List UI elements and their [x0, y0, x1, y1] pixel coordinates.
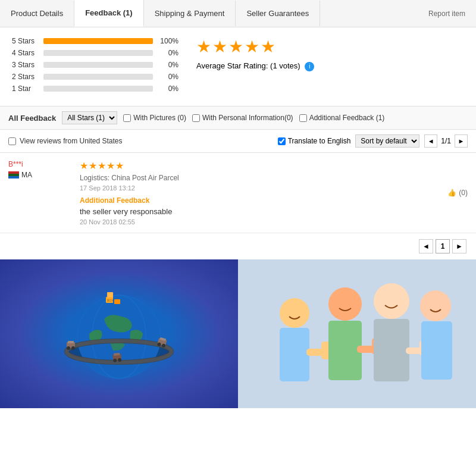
svg-point-30 [328, 287, 362, 321]
bar-bg [43, 38, 153, 44]
tabs-bar: Product Details Feedback (1) Shipping & … [0, 0, 476, 27]
pagination-bottom: ◄ 1 ► [0, 233, 476, 259]
thumbs-count: (0) [459, 189, 468, 197]
with-personal-filter[interactable]: With Personal Information(0) [192, 114, 293, 122]
rating-section: 5 Stars 100% 4 Stars 0% 3 Stars 0% 2 Sta… [0, 27, 476, 106]
avg-text: Average Star Rating: (1 votes) [196, 61, 300, 70]
pag-next-btn[interactable]: ► [452, 239, 466, 253]
with-pictures-label: With Pictures (0) [133, 114, 186, 122]
svg-text:BOX: BOX [107, 299, 114, 302]
options-bar: View reviews from United States Translat… [0, 130, 476, 153]
all-stars-select[interactable]: All Stars (1) [62, 111, 117, 124]
tab-product-details[interactable]: Product Details [0, 1, 74, 26]
star-bar-row: 2 Stars 0% [12, 73, 178, 81]
filter-bar: All Feedback All Stars (1) With Pictures… [0, 106, 476, 130]
feedback-date: 20 Nov 2018 02:55 [80, 218, 447, 226]
review-item: B***i MA ★★★★★ Logistics: China Post Air… [8, 160, 468, 226]
review-section: B***i MA ★★★★★ Logistics: China Post Air… [0, 153, 476, 233]
review-star-1: ★ [80, 160, 88, 171]
bar-pct: 100% [158, 37, 178, 45]
tab-seller-guarantees[interactable]: Seller Guarantees [236, 1, 320, 26]
review-star-5: ★ [115, 160, 124, 171]
star-label: 5 Stars [12, 37, 39, 45]
star-label: 1 Star [12, 84, 39, 93]
translate-label[interactable]: Translate to English [278, 137, 351, 145]
svg-rect-39 [421, 321, 452, 380]
with-personal-label: With Personal Information(0) [202, 114, 293, 122]
view-us-label: View reviews from United States [20, 137, 123, 145]
review-star-4: ★ [107, 160, 115, 171]
pag-prev-btn[interactable]: ◄ [419, 239, 433, 253]
svg-rect-2 [8, 174, 19, 176]
svg-rect-29 [321, 342, 330, 359]
report-item-link[interactable]: Report item [418, 1, 476, 26]
big-stars: ★ ★ ★ ★ ★ [196, 37, 314, 57]
star-bar-row: 4 Stars 0% [12, 49, 178, 57]
star-1: ★ [196, 37, 211, 57]
pag-page-btn[interactable]: 1 [436, 239, 450, 253]
bar-pct: 0% [158, 61, 178, 69]
star-label: 4 Stars [12, 49, 39, 57]
review-stars: ★★★★★ [80, 160, 447, 171]
star-3: ★ [228, 37, 243, 57]
review-star-2: ★ [89, 160, 97, 171]
star-5: ★ [261, 37, 275, 57]
bar-bg [43, 62, 153, 68]
additional-feedback-label: Additional Feedback [80, 196, 447, 205]
next-page-btn[interactable]: ► [455, 134, 468, 148]
options-left: View reviews from United States [8, 137, 123, 145]
country-code: MA [21, 171, 32, 179]
bar-bg [43, 74, 153, 80]
svg-point-34 [374, 283, 409, 319]
svg-rect-35 [374, 319, 409, 381]
globe-image: BOX [0, 259, 238, 408]
translate-text: Translate to English [288, 137, 351, 145]
with-personal-checkbox[interactable] [192, 114, 200, 122]
reviewer-flag: MA [8, 171, 80, 179]
star-bar-row: 3 Stars 0% [12, 61, 178, 69]
thumbs-icon: 👍 [447, 189, 456, 197]
options-right: Translate to English Sort by default ◄ 1… [278, 134, 468, 148]
review-star-3: ★ [98, 160, 106, 171]
view-us-checkbox[interactable] [8, 137, 16, 145]
bar-fill [43, 38, 153, 44]
svg-rect-31 [328, 321, 362, 380]
page-info: 1/1 [439, 137, 453, 145]
people-svg [262, 259, 452, 408]
translate-checkbox[interactable] [278, 137, 286, 145]
info-icon[interactable]: i [305, 62, 314, 71]
additional-feedback-filter[interactable]: Additional Feedback (1) [299, 114, 385, 122]
rating-display: ★ ★ ★ ★ ★ Average Star Rating: (1 votes)… [196, 37, 314, 71]
page-nav: ◄ 1/1 ► [424, 134, 468, 148]
bar-pct: 0% [158, 49, 178, 57]
additional-feedback-checkbox[interactable] [299, 114, 307, 122]
thumbs-up-btn[interactable]: 👍 (0) [447, 160, 468, 226]
reviewer-name: B***i [8, 160, 80, 168]
sort-select[interactable]: Sort by default [355, 134, 419, 148]
svg-point-26 [280, 298, 309, 328]
prev-page-btn[interactable]: ◄ [424, 134, 437, 148]
bar-bg [43, 86, 153, 92]
flag-icon [8, 171, 19, 178]
star-bar-row: 1 Star 0% [12, 84, 178, 93]
bottom-images: BOX [0, 259, 476, 408]
star-bars: 5 Stars 100% 4 Stars 0% 3 Stars 0% 2 Sta… [12, 37, 178, 96]
svg-point-12 [71, 346, 75, 350]
with-pictures-checkbox[interactable] [123, 114, 131, 122]
tab-feedback[interactable]: Feedback (1) [74, 0, 143, 27]
people-image [238, 259, 476, 408]
bar-pct: 0% [158, 73, 178, 81]
svg-point-11 [67, 346, 70, 350]
svg-rect-23 [114, 299, 120, 304]
svg-point-38 [420, 290, 451, 321]
review-date: 17 Sep 2018 13:12 [80, 184, 447, 192]
star-2: ★ [212, 37, 227, 57]
tab-shipping-payment[interactable]: Shipping & Payment [144, 1, 236, 26]
bar-bg [43, 50, 153, 56]
svg-rect-22 [107, 292, 113, 298]
svg-rect-27 [280, 328, 309, 381]
reviewer-info: B***i MA [8, 160, 80, 226]
bar-pct: 0% [158, 84, 178, 93]
feedback-text: the seller very responsable [80, 207, 447, 216]
with-pictures-filter[interactable]: With Pictures (0) [123, 114, 186, 122]
